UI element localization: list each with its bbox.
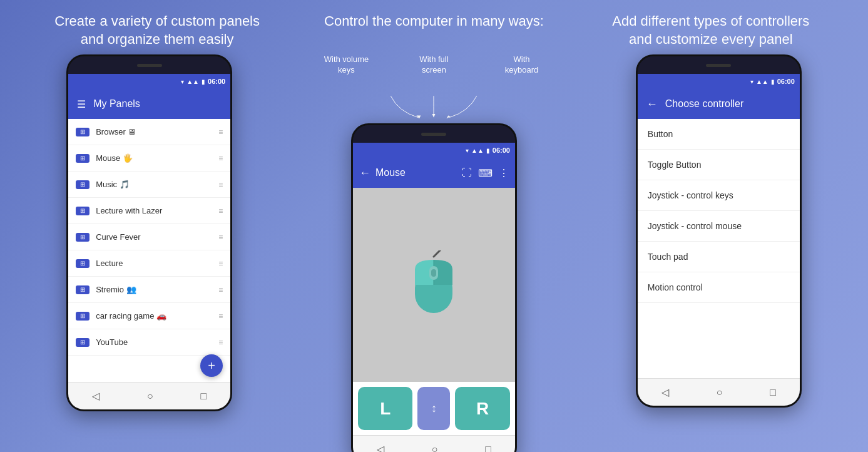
home-icon3[interactable]: ○: [717, 387, 723, 398]
annotation-arrows: [315, 92, 553, 123]
phone1-top-bar: [68, 56, 230, 74]
back-icon[interactable]: ◁: [92, 390, 100, 402]
controller-item[interactable]: Motion control: [638, 272, 800, 303]
right-click-button[interactable]: R: [455, 387, 510, 430]
phone2-header-actions: ⛶ ⌨ ⋮: [462, 167, 509, 179]
back-arrow-icon[interactable]: ←: [359, 167, 370, 180]
svg-marker-1: [432, 114, 436, 118]
phone2-top-bar: [353, 125, 515, 143]
battery-icon3: ▮: [771, 78, 775, 85]
signal-icon3: ▲▲: [756, 78, 768, 85]
phone1-status-bar: ▾ ▲▲ ▮ 06:00: [68, 74, 230, 89]
controller-item[interactable]: Button: [638, 119, 800, 150]
phone2-frame: ▾ ▲▲ ▮ 06:00 ← Mouse ⛶ ⌨ ⋮: [351, 123, 517, 452]
phone3-speaker: [706, 64, 731, 67]
fullscreen-label: With full screen: [409, 54, 459, 76]
panel-item-icon: [76, 312, 89, 321]
phone2-speaker: [421, 133, 446, 136]
phone3-frame: ▾ ▲▲ ▮ 06:00 ← Choose controller ButtonT…: [636, 54, 802, 408]
annotations: With volume keys With full screen With k…: [315, 54, 553, 123]
panel-item-name: car racing game 🚗: [96, 311, 212, 321]
phone3-status-bar: ▾ ▲▲ ▮ 06:00: [638, 74, 800, 89]
status-time: 06:00: [208, 78, 225, 85]
phone3-bottom-nav: ◁ ○ □: [638, 378, 800, 406]
panel-list-title: My Panels: [93, 98, 140, 110]
panel-item[interactable]: Music 🎵 ≡: [68, 172, 230, 198]
back-icon2[interactable]: ◁: [377, 443, 384, 452]
status-time3: 06:00: [777, 78, 795, 85]
left-click-button[interactable]: L: [358, 387, 413, 430]
back-arrow-icon3[interactable]: ←: [646, 98, 658, 111]
panel-item[interactable]: YouTube ≡: [68, 329, 230, 356]
panel-item-name: Music 🎵: [96, 180, 212, 189]
recents-icon[interactable]: □: [201, 391, 207, 402]
panel-item-icon: [76, 180, 89, 189]
mouse-illustration: [409, 250, 459, 319]
panel-item[interactable]: Browser 🖥 ≡: [68, 119, 230, 145]
panel-item-icon: [76, 128, 89, 136]
phone1: ▾ ▲▲ ▮ 06:00 ☰ My Panels Browser 🖥 ≡ Mou…: [66, 54, 232, 411]
phone2-wrapper: With volume keys With full screen With k…: [315, 54, 553, 452]
panel-item-name: Browser 🖥: [96, 127, 212, 136]
controller-item[interactable]: Joystick - control keys: [638, 180, 800, 211]
wifi-icon: ▾: [181, 78, 184, 85]
panel-item-handle: ≡: [218, 128, 223, 136]
panel-item[interactable]: Curve Fever ≡: [68, 224, 230, 250]
section2-title: Control the computer in many ways:: [295, 13, 572, 48]
panel-item-name: Stremio 👥: [96, 285, 212, 294]
more-options-icon[interactable]: ⋮: [499, 167, 509, 179]
panel-item-name: Curve Fever: [96, 232, 212, 242]
fullscreen-icon[interactable]: ⛶: [462, 167, 472, 179]
phone1-header: ☰ My Panels: [68, 89, 230, 119]
panel-item-icon: [76, 285, 89, 294]
controller-list-spacer: [638, 303, 800, 378]
keyboard-icon[interactable]: ⌨: [478, 167, 493, 179]
phone3-top-bar: [638, 56, 800, 74]
signal-icon: ▲▲: [186, 78, 199, 85]
phone1-frame: ▾ ▲▲ ▮ 06:00 ☰ My Panels Browser 🖥 ≡ Mou…: [66, 54, 232, 411]
battery-icon2: ▮: [486, 147, 490, 154]
home-icon2[interactable]: ○: [432, 444, 438, 452]
panel-item-handle: ≡: [218, 285, 223, 294]
panel-item-handle: ≡: [218, 180, 223, 189]
scroll-button[interactable]: ↕: [417, 387, 450, 430]
home-icon[interactable]: ○: [147, 391, 153, 402]
controller-item[interactable]: Touch pad: [638, 242, 800, 272]
phone1-bottom-nav: ◁ ○ □: [68, 382, 230, 409]
section1-title: Create a variety of custom panels and or…: [19, 13, 295, 48]
panel-item-name: Lecture with Lazer: [96, 206, 212, 215]
controller-list: ButtonToggle ButtonJoystick - control ke…: [638, 119, 800, 303]
controller-item[interactable]: Toggle Button: [638, 150, 800, 180]
mouse-touchpad[interactable]: [353, 188, 515, 382]
wifi-icon2: ▾: [466, 147, 469, 154]
panel-item[interactable]: Lecture with Lazer ≡: [68, 198, 230, 224]
panel-item-handle: ≡: [218, 338, 223, 347]
panel-item-handle: ≡: [218, 259, 223, 268]
panel-item-name: Mouse 🖐: [96, 153, 212, 163]
phone1-speaker: [137, 64, 162, 67]
recents-icon2[interactable]: □: [485, 444, 491, 452]
panel-item-icon: [76, 338, 89, 347]
controller-item[interactable]: Joystick - control mouse: [638, 211, 800, 242]
panel-item-name: YouTube: [96, 337, 212, 347]
panel-item-handle: ≡: [218, 312, 223, 321]
panel-item[interactable]: car racing game 🚗 ≡: [68, 303, 230, 329]
back-icon3[interactable]: ◁: [661, 386, 669, 398]
status-time2: 06:00: [493, 146, 510, 154]
panel-item[interactable]: Lecture ≡: [68, 250, 230, 277]
panel-item[interactable]: Mouse 🖐 ≡: [68, 145, 230, 172]
keyboard-label: With keyboard: [496, 54, 546, 76]
panel-item-icon: [76, 233, 89, 242]
phone2-bottom-nav: ◁ ○ □: [353, 435, 515, 452]
phone2-status-bar: ▾ ▲▲ ▮ 06:00: [353, 143, 515, 158]
battery-icon: ▮: [202, 78, 205, 85]
recents-icon3[interactable]: □: [770, 387, 776, 398]
choose-controller-title: Choose controller: [665, 98, 743, 110]
panel-item[interactable]: Stremio 👥 ≡: [68, 277, 230, 303]
hamburger-icon: ☰: [77, 98, 86, 110]
mouse-panel-title: Mouse: [375, 167, 406, 178]
panel-list: Browser 🖥 ≡ Mouse 🖐 ≡ Music 🎵 ≡ Lecture …: [68, 119, 230, 382]
phone2-header: ← Mouse ⛶ ⌨ ⋮: [353, 158, 515, 188]
panel-item-name: Lecture: [96, 259, 212, 268]
mouse-button-row: L ↕ R: [353, 382, 515, 435]
